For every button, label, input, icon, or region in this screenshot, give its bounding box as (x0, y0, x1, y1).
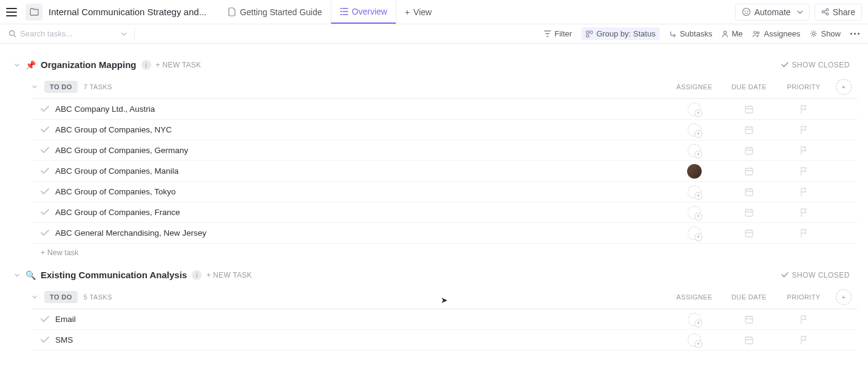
priority-button[interactable] (776, 228, 831, 238)
priority-button[interactable] (776, 125, 831, 135)
show-button[interactable]: Show (810, 29, 841, 38)
automate-button[interactable]: Automate (735, 4, 810, 21)
due-date-button[interactable] (722, 187, 776, 197)
assign-button[interactable] (688, 103, 701, 116)
search-input[interactable] (20, 29, 93, 38)
automate-icon (742, 7, 751, 16)
assign-button[interactable] (688, 334, 701, 347)
svg-rect-16 (745, 148, 753, 154)
priority-button[interactable] (776, 187, 831, 197)
check-icon[interactable] (41, 168, 49, 174)
subtasks-button[interactable]: Subtasks (670, 29, 712, 38)
task-name: SMS (55, 335, 667, 344)
due-date-button[interactable] (722, 104, 776, 114)
tab-getting-started[interactable]: Getting Started Guide (220, 0, 330, 24)
check-icon[interactable] (41, 337, 49, 343)
svg-point-10 (724, 31, 727, 34)
task-row[interactable]: ABC Group of Companies, France (31, 202, 858, 223)
check-icon[interactable] (41, 147, 49, 154)
due-date-button[interactable] (722, 315, 776, 324)
collapse-toggle[interactable] (31, 83, 38, 91)
assign-button[interactable] (688, 206, 701, 219)
assign-button[interactable] (688, 144, 701, 157)
due-date-button[interactable] (722, 166, 776, 176)
task-row[interactable]: ABC Group of Companies, Tokyo (31, 182, 858, 202)
assign-button[interactable] (688, 227, 701, 240)
person-icon (722, 30, 728, 38)
column-header-assignee[interactable]: ASSIGNEE (667, 293, 722, 301)
due-date-button[interactable] (722, 208, 776, 217)
show-closed-button[interactable]: SHOW CLOSED (781, 61, 850, 69)
section-title: Existing Communication Analysis (41, 270, 187, 280)
folder-icon[interactable] (25, 4, 42, 21)
check-icon[interactable] (41, 188, 49, 195)
task-row[interactable]: ABC Company Ltd., Austria (31, 99, 858, 120)
avatar[interactable] (687, 164, 702, 179)
check-icon (781, 62, 788, 67)
assignees-button[interactable]: Assignees (752, 29, 800, 38)
assign-button[interactable] (688, 313, 701, 326)
hamburger-menu[interactable] (6, 8, 17, 16)
new-task-button[interactable]: + NEW TASK (206, 271, 252, 279)
show-closed-button[interactable]: SHOW CLOSED (781, 271, 850, 279)
svg-rect-8 (590, 31, 592, 33)
check-icon[interactable] (41, 230, 49, 236)
info-icon[interactable]: i (141, 60, 151, 70)
collapse-toggle[interactable] (13, 61, 21, 69)
status-chip[interactable]: TO DO (44, 291, 78, 303)
due-date-button[interactable] (722, 335, 776, 345)
show-closed-label: SHOW CLOSED (792, 271, 850, 279)
due-date-button[interactable] (722, 146, 776, 156)
new-task-button[interactable]: + NEW TASK (156, 61, 202, 69)
group-icon (586, 30, 593, 38)
priority-button[interactable] (776, 335, 831, 345)
assign-button[interactable] (688, 123, 701, 137)
tab-overview[interactable]: Overview (331, 0, 396, 24)
add-column-button[interactable]: + (836, 79, 852, 95)
collapse-toggle[interactable] (31, 293, 38, 301)
task-name: ABC Group of Companies, Manila (55, 166, 667, 176)
add-column-button[interactable]: + (836, 289, 852, 305)
task-row[interactable]: ABC Group of Companies, Manila (31, 161, 858, 182)
groupby-button[interactable]: Group by: Status (581, 27, 660, 40)
status-chip[interactable]: TO DO (44, 81, 78, 93)
task-name: ABC Company Ltd., Austria (55, 104, 667, 114)
check-icon[interactable] (41, 316, 49, 323)
task-row[interactable]: ABC General Merchandising, New Jersey (31, 223, 858, 244)
due-date-button[interactable] (722, 125, 776, 135)
task-row[interactable]: SMS (31, 330, 858, 351)
column-header-priority[interactable]: PRIORITY (776, 83, 831, 91)
show-label: Show (821, 29, 841, 38)
share-button[interactable]: Share (815, 4, 862, 21)
priority-button[interactable] (776, 315, 831, 324)
task-count: 7 TASKS (84, 83, 112, 91)
task-name: ABC Group of Companies, France (55, 208, 667, 217)
chevron-down-icon[interactable] (121, 32, 127, 36)
check-icon[interactable] (41, 209, 49, 216)
priority-button[interactable] (776, 208, 831, 217)
priority-button[interactable] (776, 146, 831, 156)
info-icon[interactable]: i (192, 270, 202, 280)
due-date-button[interactable] (722, 228, 776, 238)
me-label: Me (731, 29, 742, 38)
check-icon[interactable] (41, 106, 49, 112)
task-row[interactable]: Email (31, 309, 858, 330)
column-header-duedate[interactable]: DUE DATE (722, 293, 776, 301)
column-header-assignee[interactable]: ASSIGNEE (667, 83, 722, 91)
priority-button[interactable] (776, 104, 831, 114)
more-menu[interactable] (850, 33, 860, 35)
me-button[interactable]: Me (722, 29, 742, 38)
check-icon[interactable] (41, 126, 49, 133)
share-icon (821, 8, 829, 16)
assign-button[interactable] (688, 185, 701, 199)
priority-button[interactable] (776, 166, 831, 176)
task-row[interactable]: ABC Group of Companies, NYC (31, 120, 858, 140)
filter-button[interactable]: Filter (544, 29, 572, 38)
svg-rect-14 (745, 106, 753, 113)
column-header-duedate[interactable]: DUE DATE (722, 83, 776, 91)
task-row[interactable]: ABC Group of Companies, Germany (31, 140, 858, 161)
tab-add-view[interactable]: + View (396, 0, 440, 24)
column-header-priority[interactable]: PRIORITY (776, 293, 831, 301)
new-task-row[interactable]: + New task (31, 244, 858, 257)
collapse-toggle[interactable] (13, 272, 21, 279)
